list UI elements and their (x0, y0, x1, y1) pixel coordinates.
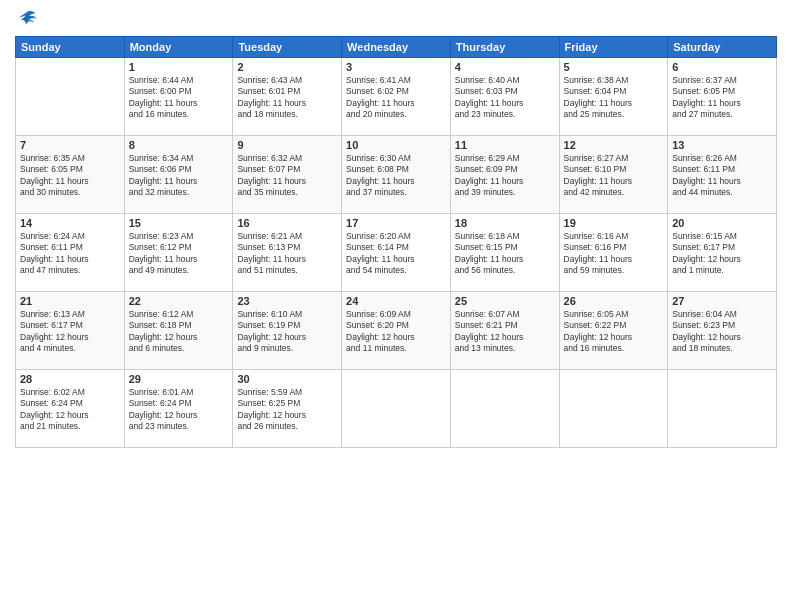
calendar-cell: 22Sunrise: 6:12 AMSunset: 6:18 PMDayligh… (124, 292, 233, 370)
cell-text: Sunset: 6:18 PM (129, 320, 229, 331)
cell-text: Sunrise: 6:43 AM (237, 75, 337, 86)
cell-text: Daylight: 11 hours (455, 254, 555, 265)
cell-text: and 11 minutes. (346, 343, 446, 354)
cell-text: and 44 minutes. (672, 187, 772, 198)
calendar-cell: 6Sunrise: 6:37 AMSunset: 6:05 PMDaylight… (668, 58, 777, 136)
cell-text: Daylight: 11 hours (564, 254, 664, 265)
calendar-cell: 20Sunrise: 6:15 AMSunset: 6:17 PMDayligh… (668, 214, 777, 292)
cell-text: Sunset: 6:21 PM (455, 320, 555, 331)
day-number: 21 (20, 295, 120, 307)
cell-text: Daylight: 12 hours (564, 332, 664, 343)
calendar-cell (450, 370, 559, 448)
cell-text: Sunset: 6:20 PM (346, 320, 446, 331)
cell-text: and 25 minutes. (564, 109, 664, 120)
cell-text: and 23 minutes. (455, 109, 555, 120)
calendar-week-1: 1Sunrise: 6:44 AMSunset: 6:00 PMDaylight… (16, 58, 777, 136)
cell-text: Sunrise: 6:34 AM (129, 153, 229, 164)
calendar-cell (559, 370, 668, 448)
cell-text: Sunset: 6:07 PM (237, 164, 337, 175)
calendar-cell: 3Sunrise: 6:41 AMSunset: 6:02 PMDaylight… (342, 58, 451, 136)
cell-text: Daylight: 11 hours (672, 176, 772, 187)
cell-text: Sunrise: 6:12 AM (129, 309, 229, 320)
cell-text: and 39 minutes. (455, 187, 555, 198)
cell-text: and 42 minutes. (564, 187, 664, 198)
day-number: 8 (129, 139, 229, 151)
cell-text: Sunrise: 6:01 AM (129, 387, 229, 398)
cell-text: and 26 minutes. (237, 421, 337, 432)
cell-text: Sunset: 6:16 PM (564, 242, 664, 253)
calendar-cell: 18Sunrise: 6:18 AMSunset: 6:15 PMDayligh… (450, 214, 559, 292)
col-header-tuesday: Tuesday (233, 37, 342, 58)
cell-text: Sunrise: 6:07 AM (455, 309, 555, 320)
col-header-monday: Monday (124, 37, 233, 58)
cell-text: Sunset: 6:05 PM (20, 164, 120, 175)
cell-text: Sunset: 6:01 PM (237, 86, 337, 97)
cell-text: Sunset: 6:25 PM (237, 398, 337, 409)
cell-text: Sunset: 6:15 PM (455, 242, 555, 253)
cell-text: Sunset: 6:02 PM (346, 86, 446, 97)
calendar-cell: 7Sunrise: 6:35 AMSunset: 6:05 PMDaylight… (16, 136, 125, 214)
cell-text: Sunrise: 6:26 AM (672, 153, 772, 164)
calendar-cell: 27Sunrise: 6:04 AMSunset: 6:23 PMDayligh… (668, 292, 777, 370)
cell-text: and 37 minutes. (346, 187, 446, 198)
cell-text: and 4 minutes. (20, 343, 120, 354)
cell-text: Sunset: 6:10 PM (564, 164, 664, 175)
cell-text: and 59 minutes. (564, 265, 664, 276)
day-number: 4 (455, 61, 555, 73)
day-number: 29 (129, 373, 229, 385)
cell-text: Daylight: 11 hours (129, 98, 229, 109)
cell-text: and 16 minutes. (564, 343, 664, 354)
day-number: 22 (129, 295, 229, 307)
day-number: 9 (237, 139, 337, 151)
cell-text: Sunrise: 5:59 AM (237, 387, 337, 398)
cell-text: and 56 minutes. (455, 265, 555, 276)
cell-text: Sunset: 6:14 PM (346, 242, 446, 253)
cell-text: Sunrise: 6:15 AM (672, 231, 772, 242)
day-number: 27 (672, 295, 772, 307)
cell-text: Daylight: 11 hours (20, 176, 120, 187)
calendar-cell: 4Sunrise: 6:40 AMSunset: 6:03 PMDaylight… (450, 58, 559, 136)
calendar-week-3: 14Sunrise: 6:24 AMSunset: 6:11 PMDayligh… (16, 214, 777, 292)
cell-text: Sunset: 6:24 PM (129, 398, 229, 409)
cell-text: and 35 minutes. (237, 187, 337, 198)
day-number: 17 (346, 217, 446, 229)
calendar-cell: 25Sunrise: 6:07 AMSunset: 6:21 PMDayligh… (450, 292, 559, 370)
cell-text: and 47 minutes. (20, 265, 120, 276)
cell-text: Daylight: 12 hours (672, 332, 772, 343)
calendar-cell: 9Sunrise: 6:32 AMSunset: 6:07 PMDaylight… (233, 136, 342, 214)
cell-text: Sunrise: 6:10 AM (237, 309, 337, 320)
day-number: 20 (672, 217, 772, 229)
cell-text: Daylight: 11 hours (346, 176, 446, 187)
cell-text: Daylight: 11 hours (672, 98, 772, 109)
calendar-cell (342, 370, 451, 448)
cell-text: Sunrise: 6:09 AM (346, 309, 446, 320)
cell-text: Sunset: 6:23 PM (672, 320, 772, 331)
cell-text: Sunset: 6:24 PM (20, 398, 120, 409)
calendar-cell: 28Sunrise: 6:02 AMSunset: 6:24 PMDayligh… (16, 370, 125, 448)
cell-text: Daylight: 11 hours (346, 98, 446, 109)
cell-text: Sunset: 6:17 PM (672, 242, 772, 253)
calendar-cell: 1Sunrise: 6:44 AMSunset: 6:00 PMDaylight… (124, 58, 233, 136)
day-number: 15 (129, 217, 229, 229)
col-header-saturday: Saturday (668, 37, 777, 58)
calendar-cell (668, 370, 777, 448)
logo-bird-icon (16, 10, 38, 28)
cell-text: Sunset: 6:12 PM (129, 242, 229, 253)
cell-text: Sunset: 6:11 PM (672, 164, 772, 175)
calendar-cell: 30Sunrise: 5:59 AMSunset: 6:25 PMDayligh… (233, 370, 342, 448)
cell-text: and 21 minutes. (20, 421, 120, 432)
calendar-page: SundayMondayTuesdayWednesdayThursdayFrid… (0, 0, 792, 612)
calendar-cell: 12Sunrise: 6:27 AMSunset: 6:10 PMDayligh… (559, 136, 668, 214)
cell-text: Daylight: 11 hours (129, 176, 229, 187)
calendar-cell: 2Sunrise: 6:43 AMSunset: 6:01 PMDaylight… (233, 58, 342, 136)
cell-text: Sunrise: 6:32 AM (237, 153, 337, 164)
cell-text: and 30 minutes. (20, 187, 120, 198)
cell-text: Sunrise: 6:35 AM (20, 153, 120, 164)
cell-text: Sunrise: 6:13 AM (20, 309, 120, 320)
calendar-cell: 5Sunrise: 6:38 AMSunset: 6:04 PMDaylight… (559, 58, 668, 136)
day-number: 28 (20, 373, 120, 385)
calendar-body: 1Sunrise: 6:44 AMSunset: 6:00 PMDaylight… (16, 58, 777, 448)
cell-text: Daylight: 12 hours (20, 332, 120, 343)
cell-text: and 1 minute. (672, 265, 772, 276)
cell-text: and 9 minutes. (237, 343, 337, 354)
